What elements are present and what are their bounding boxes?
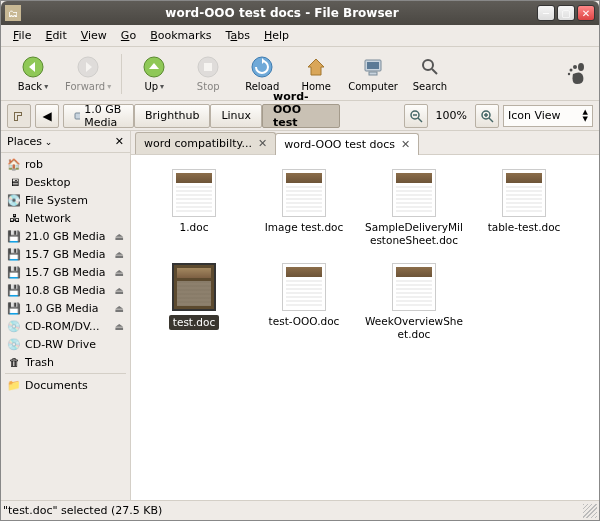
computer-button[interactable]: Computer [344,50,402,98]
document-icon [172,263,216,311]
forward-button: Forward▾ [61,50,115,98]
breadcrumb-3[interactable]: word-OOO test docs [262,104,340,128]
up-button[interactable]: Up▾ [128,50,180,98]
tab-0[interactable]: word compatibilty...✕ [135,132,276,154]
document-icon [502,169,546,217]
sidebar-item-8[interactable]: 💾1.0 GB Media⏏ [1,299,130,317]
file-name: test-OOO.doc [269,315,340,328]
status-text: "test.doc" selected (27.5 KB) [3,504,162,517]
back-button[interactable]: Back▾ [7,50,59,98]
svg-rect-15 [75,113,80,119]
location-bar: ◀ 1.0 GB MediaBrighthubLinuxword-OOO tes… [1,101,599,131]
breadcrumb-2[interactable]: Linux [210,104,262,128]
computer-icon [361,55,385,79]
menu-view[interactable]: View [75,27,113,44]
file-item[interactable]: WeekOverviewSheet.doc [363,261,465,351]
menu-tabs[interactable]: Tabs [220,27,256,44]
spinner-icon: ▲▼ [583,109,588,123]
menu-bookmarks[interactable]: Bookmarks [144,27,217,44]
close-button[interactable]: ✕ [577,5,595,21]
document-icon [392,263,436,311]
minimize-button[interactable]: ─ [537,5,555,21]
cd-icon: 💿 [7,337,21,351]
drive-icon: 💾 [7,229,21,243]
sidebar-item-11[interactable]: 🗑Trash [1,353,130,371]
titlebar[interactable]: 🗂 word-OOO test docs - File Browser ─ ▢ … [1,1,599,25]
zoom-level: 100% [432,109,471,122]
stop-button: Stop [182,50,234,98]
back-icon [21,55,45,79]
svg-line-22 [489,118,493,122]
sidebar: Places ⌄ ✕ 🏠rob🖥Desktop💽File System🖧Netw… [1,131,131,500]
sidebar-item-1[interactable]: 🖥Desktop [1,173,130,191]
menu-file[interactable]: File [7,27,37,44]
eject-icon[interactable]: ⏏ [115,285,124,296]
eject-icon[interactable]: ⏏ [115,231,124,242]
menu-go[interactable]: Go [115,27,142,44]
svg-rect-7 [367,62,379,69]
separator [121,54,122,94]
menu-help[interactable]: Help [258,27,295,44]
eject-icon[interactable]: ⏏ [115,267,124,278]
search-icon [418,55,442,79]
file-item[interactable]: table-test.doc [473,167,575,257]
breadcrumb-0[interactable]: 1.0 GB Media [63,104,134,128]
view-mode-select[interactable]: Icon View ▲▼ [503,105,593,127]
tab-1[interactable]: word-OOO test docs✕ [275,133,419,155]
svg-point-13 [570,68,573,71]
sidebar-close-button[interactable]: ✕ [115,135,124,148]
file-grid[interactable]: 1.docImage test.docSampleDeliveryMilesto… [131,155,599,500]
path-back-button[interactable]: ◀ [35,104,59,128]
menu-edit[interactable]: Edit [39,27,72,44]
resize-grip[interactable] [583,504,597,518]
forward-icon [76,55,100,79]
svg-rect-4 [204,63,212,71]
chevron-down-icon[interactable]: ▾ [44,82,48,91]
tab-close-button[interactable]: ✕ [401,138,410,151]
file-browser-window: 🗂 word-OOO test docs - File Browser ─ ▢ … [0,0,600,521]
cd-icon: 💿 [7,319,21,333]
zoom-out-button[interactable] [404,104,428,128]
sidebar-bookmark-0[interactable]: 📁Documents [1,376,130,394]
document-icon [172,169,216,217]
zoom-in-button[interactable] [475,104,499,128]
network-icon: 🖧 [7,211,21,225]
file-name: WeekOverviewSheet.doc [365,315,463,340]
file-item[interactable]: 1.doc [143,167,245,257]
trash-icon: 🗑 [7,355,21,369]
window-icon: 🗂 [5,5,21,21]
drive-icon: 💾 [7,265,21,279]
tab-close-button[interactable]: ✕ [258,137,267,150]
window-title: word-OOO test docs - File Browser [27,6,537,20]
sidebar-item-9[interactable]: 💿CD-ROM/DV...⏏ [1,317,130,335]
document-icon [282,263,326,311]
sidebar-item-0[interactable]: 🏠rob [1,155,130,173]
file-item[interactable]: Image test.doc [253,167,355,257]
status-bar: "test.doc" selected (27.5 KB) [1,500,599,520]
search-button[interactable]: Search [404,50,456,98]
svg-line-10 [432,69,437,74]
file-name: SampleDeliveryMilestoneSheet.doc [365,221,463,246]
sidebar-item-6[interactable]: 💾15.7 GB Media⏏ [1,263,130,281]
separator [5,373,126,374]
sidebar-item-2[interactable]: 💽File System [1,191,130,209]
sidebar-item-10[interactable]: 💿CD-RW Drive [1,335,130,353]
sidebar-item-3[interactable]: 🖧Network [1,209,130,227]
eject-icon[interactable]: ⏏ [115,321,124,332]
file-item[interactable]: test.doc [143,261,245,351]
sidebar-item-5[interactable]: 💾15.7 GB Media⏏ [1,245,130,263]
file-item[interactable]: SampleDeliveryMilestoneSheet.doc [363,167,465,257]
toggle-location-button[interactable] [7,104,31,128]
maximize-button[interactable]: ▢ [557,5,575,21]
sidebar-item-7[interactable]: 💾10.8 GB Media⏏ [1,281,130,299]
breadcrumb-1[interactable]: Brighthub [134,104,210,128]
chevron-down-icon[interactable]: ▾ [160,82,164,91]
sidebar-item-4[interactable]: 💾21.0 GB Media⏏ [1,227,130,245]
file-item[interactable]: test-OOO.doc [253,261,355,351]
eject-icon[interactable]: ⏏ [115,303,124,314]
file-name: Image test.doc [265,221,344,234]
stop-icon [196,55,220,79]
file-name: 1.doc [180,221,209,234]
file-name: table-test.doc [488,221,561,234]
eject-icon[interactable]: ⏏ [115,249,124,260]
